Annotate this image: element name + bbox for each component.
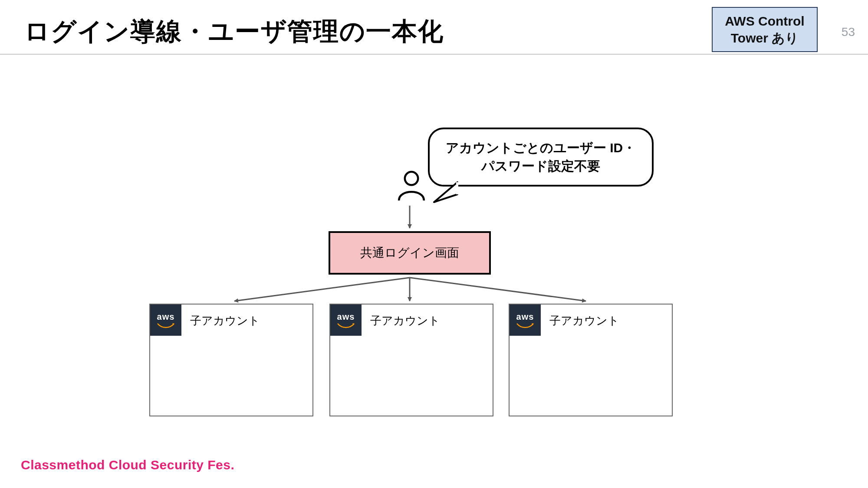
slide-header: ログイン導線・ユーザ管理の一本化 AWS Control Tower あり 53 <box>0 10 868 55</box>
svg-line-1 <box>234 278 410 301</box>
aws-smile-icon <box>516 323 534 329</box>
page-number: 53 <box>842 25 855 39</box>
aws-logo-text: aws <box>337 312 355 322</box>
speech-bubble: アカウントごとのユーザー ID・パスワード設定不要 <box>428 128 654 187</box>
child-account-box: aws 子アカウント <box>329 304 493 416</box>
svg-point-4 <box>405 172 418 185</box>
aws-smile-icon <box>337 323 355 329</box>
aws-logo-icon: aws <box>150 305 181 336</box>
control-tower-badge: AWS Control Tower あり <box>712 7 818 52</box>
aws-logo-icon: aws <box>330 305 362 336</box>
footer-brand: Classmethod Cloud Security Fes. <box>21 458 234 472</box>
child-account-box: aws 子アカウント <box>149 304 313 416</box>
aws-logo-text: aws <box>516 312 534 322</box>
aws-logo-icon: aws <box>510 305 541 336</box>
child-account-label: 子アカウント <box>370 313 440 328</box>
slide-title: ログイン導線・ユーザ管理の一本化 <box>24 15 444 49</box>
speech-bubble-tail <box>432 181 458 216</box>
login-box-label: 共通ログイン画面 <box>360 245 459 261</box>
login-box: 共通ログイン画面 <box>329 231 491 275</box>
slide: ログイン導線・ユーザ管理の一本化 AWS Control Tower あり 53… <box>0 0 868 488</box>
child-account-box: aws 子アカウント <box>509 304 673 416</box>
child-account-label: 子アカウント <box>549 313 619 328</box>
child-account-label: 子アカウント <box>190 313 260 328</box>
user-icon <box>395 169 428 202</box>
svg-line-3 <box>410 278 586 301</box>
aws-logo-text: aws <box>157 312 175 322</box>
diagram-canvas: アカウントごとのユーザー ID・パスワード設定不要 共通ログイン画面 aws 子… <box>0 56 868 438</box>
aws-smile-icon <box>157 323 175 329</box>
